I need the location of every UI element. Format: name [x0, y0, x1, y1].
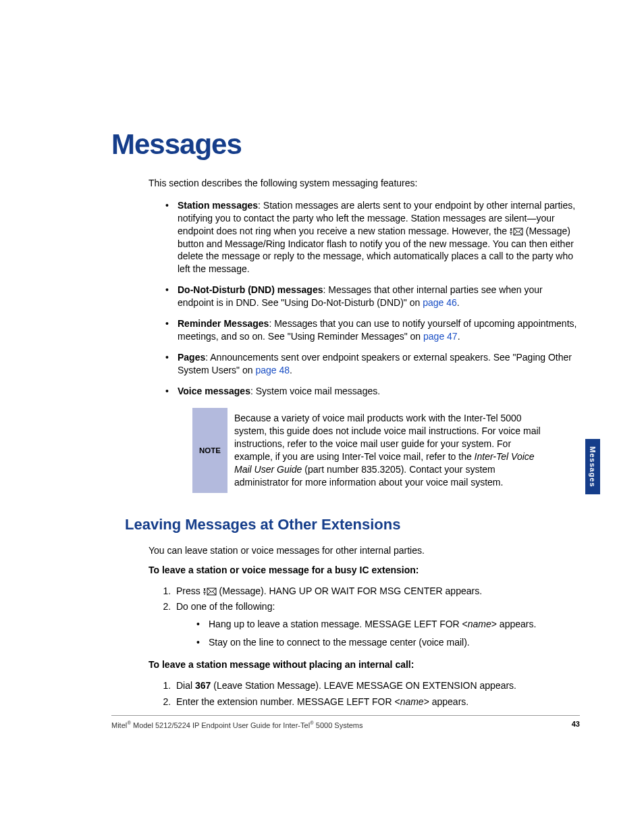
page-link[interactable]: page 46 [423, 297, 457, 308]
message-icon [510, 226, 523, 236]
note-body: Because a variety of voice mail products… [227, 408, 557, 492]
intro-text: This section describes the following sys… [149, 177, 580, 190]
step-text: Enter the extension number. MESSAGE LEFT… [176, 696, 400, 707]
feature-text: : System voice mail messages. [250, 386, 380, 396]
sub-item: Stay on the line to connect to the messa… [196, 636, 580, 649]
feature-text: . [457, 297, 460, 308]
feature-label: Do-Not-Disturb (DND) messages [178, 284, 323, 295]
sub-list: Hang up to leave a station message. MESS… [196, 618, 580, 649]
page-number: 43 [572, 720, 580, 729]
footer-text: Model 5212/5224 IP Endpoint User Guide f… [131, 721, 310, 729]
list-item: Reminder Messages: Messages that you can… [165, 317, 580, 343]
page-link[interactable]: page 48 [255, 365, 290, 375]
step-text: > appears. [424, 696, 469, 707]
placeholder-name: name [400, 696, 424, 707]
feature-text: : Announcements sent over endpoint speak… [178, 352, 572, 375]
sub-item: Hang up to leave a station message. MESS… [196, 618, 580, 631]
procedure-heading: To leave a station message without placi… [149, 658, 580, 671]
feature-label: Pages [178, 352, 205, 363]
feature-text: . [290, 365, 292, 375]
procedure-heading: To leave a station or voice message for … [149, 564, 580, 577]
sub-text: Stay on the line to connect to the messa… [209, 637, 470, 648]
footer-product: Mitel® Model 5212/5224 IP Endpoint User … [111, 720, 363, 729]
procedure-steps: Press (Message). HANG UP OR WAIT FOR MSG… [173, 583, 580, 649]
step-item: Do one of the following: Hang up to leav… [173, 599, 580, 649]
footer-text: Mitel [111, 721, 127, 729]
step-text: Dial [176, 680, 195, 691]
feature-label: Station messages [178, 200, 258, 211]
list-item: Do-Not-Disturb (DND) messages: Messages … [165, 284, 580, 309]
list-item: Station messages: Station messages are a… [165, 199, 580, 276]
step-text: Do one of the following: [176, 601, 275, 612]
message-icon [203, 585, 217, 596]
section-title: Leaving Messages at Other Extensions [125, 516, 580, 533]
list-item: Voice messages: System voice mail messag… [165, 385, 580, 398]
footer-text: 5000 Systems [314, 721, 363, 729]
feature-label: Reminder Messages [178, 318, 269, 329]
dial-code: 367 [195, 680, 211, 691]
step-item: Press (Message). HANG UP OR WAIT FOR MSG… [173, 583, 580, 600]
sub-text: > appears. [491, 619, 537, 629]
placeholder-name: name [468, 619, 491, 629]
page-link[interactable]: page 47 [423, 331, 458, 342]
step-text: (Message). HANG UP OR WAIT FOR MSG CENTE… [217, 585, 482, 596]
step-text: (Leave Station Message). LEAVE MESSAGE O… [211, 680, 516, 691]
step-text: Press [176, 585, 203, 596]
side-tab: Messages [585, 439, 600, 494]
note-label: NOTE [192, 408, 227, 492]
sub-text: Hang up to leave a station message. MESS… [209, 619, 468, 629]
feature-label: Voice messages [178, 386, 250, 396]
procedure-steps: Dial 367 (Leave Station Message). LEAVE … [173, 678, 580, 710]
list-item: Pages: Announcements sent over endpoint … [165, 351, 580, 377]
step-item: Dial 367 (Leave Station Message). LEAVE … [173, 678, 580, 694]
feature-list: Station messages: Station messages are a… [165, 199, 580, 398]
document-page: Messages This section describes the foll… [0, 0, 644, 834]
body-text: You can leave station or voice messages … [149, 544, 580, 557]
chapter-title: Messages [111, 128, 580, 161]
note-box: NOTE Because a variety of voice mail pro… [192, 408, 557, 492]
page-footer: Mitel® Model 5212/5224 IP Endpoint User … [111, 715, 580, 729]
feature-text: . [458, 331, 460, 342]
step-item: Enter the extension number. MESSAGE LEFT… [173, 694, 580, 710]
